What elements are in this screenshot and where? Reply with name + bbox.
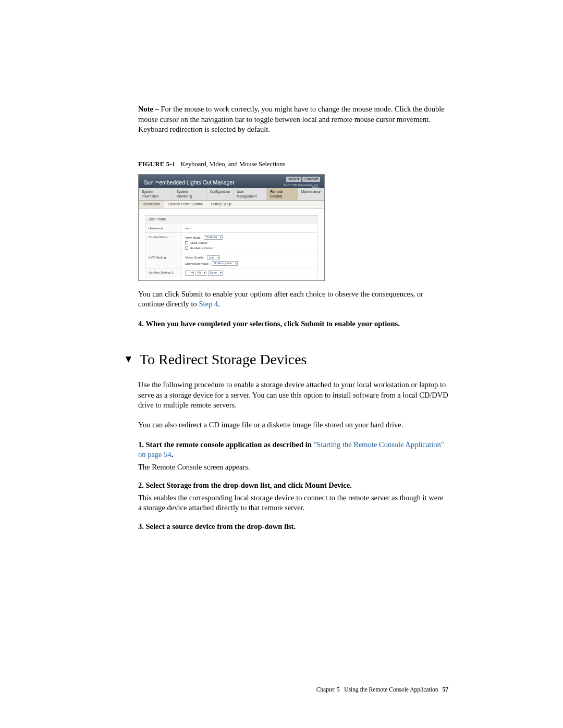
step-4: 4. When you have completed your selectio… xyxy=(138,319,448,329)
step-2: 2. Select Storage from the drop-down lis… xyxy=(138,480,448,513)
section-title: ▼ To Redirect Storage Devices xyxy=(124,350,448,369)
subtab-redirection[interactable]: Redirection xyxy=(139,201,164,208)
username-label: Username : xyxy=(145,224,182,232)
username-value: root xyxy=(182,224,317,232)
screenshot-header: ABOUT LOGOUT Sun™embedded Lights Out Man… xyxy=(139,175,324,188)
tab-maintenance[interactable]: Maintenance xyxy=(298,188,324,201)
kvm-label: KVM Setting : xyxy=(145,253,182,268)
view-mode-select[interactable]: Scale Fit xyxy=(204,235,223,240)
note-block: Note – For the mouse to work correctly, … xyxy=(138,104,448,135)
figure-caption: FIGURE 5-1Keyboard, Video, and Mouse Sel… xyxy=(138,160,448,169)
intro-para-2: You can also redirect a CD image file or… xyxy=(138,420,448,430)
row-hotkey: Hot Key Setting 1: Alt Enter xyxy=(145,268,318,278)
hotkey-select-alt[interactable]: Alt xyxy=(195,270,206,275)
footer-chapter: Chapter 5 xyxy=(316,686,340,693)
step-1: 1. Start the remote console application … xyxy=(138,440,448,473)
footer-title: Using the Remote Console Application xyxy=(344,686,438,693)
step-2-sub: This enables the corresponding local sto… xyxy=(138,493,448,513)
figure-title: Keyboard, Video, and Mouse Selections xyxy=(180,161,285,168)
hotkey-select-1[interactable] xyxy=(185,270,194,275)
tab-remote-control[interactable]: Remote Control xyxy=(267,188,298,201)
step-3: 3. Select a source device from the drop-… xyxy=(138,522,448,532)
tab-configuration[interactable]: Configuration xyxy=(207,188,234,201)
after-figure-text: You can click Submit to enable your opti… xyxy=(138,289,448,310)
encryption-select[interactable]: No Encryption xyxy=(212,261,238,266)
row-control-mode: Control Mode : View Mode : Scale Fit Loc… xyxy=(145,233,318,253)
row-kvm: KVM Setting : Video Quality : Low Encryp… xyxy=(145,253,318,269)
page-number: 57 xyxy=(443,686,449,693)
video-quality-select[interactable]: Low xyxy=(207,255,220,260)
hardware-cursor-checkbox[interactable] xyxy=(185,246,188,250)
video-quality-label: Video Quality : xyxy=(185,255,205,260)
encryption-label: Encryption Mode : xyxy=(185,262,210,266)
step4-link[interactable]: Step 4 xyxy=(199,300,218,308)
tab-system-monitoring[interactable]: System Monitoring xyxy=(173,188,206,201)
subtab-hotkey-setup[interactable]: Hotkey Setup xyxy=(207,201,236,208)
control-mode-label: Control Mode : xyxy=(145,233,182,253)
view-mode-label: View Mode : xyxy=(185,236,202,240)
figure-label: FIGURE 5-1 xyxy=(138,161,175,168)
local-cursor-label: Local Cursor xyxy=(190,241,207,245)
note-label: Note – xyxy=(138,105,159,113)
logout-button[interactable]: LOGOUT xyxy=(302,177,320,182)
triangle-icon: ▼ xyxy=(124,352,133,366)
intro-para-1: Use the following procedure to enable a … xyxy=(138,380,448,411)
note-text: For the mouse to work correctly, you mig… xyxy=(138,105,445,133)
tab-user-management[interactable]: User Management xyxy=(234,188,267,201)
tab-system-information[interactable]: System Information xyxy=(139,188,173,201)
row-username: Username : root xyxy=(145,224,318,233)
step-1-sub: The Remote Console screen appears. xyxy=(138,462,448,473)
hotkey-label: Hot Key Setting 1: xyxy=(145,268,182,277)
top-tabs: System Information System Monitoring Con… xyxy=(139,188,324,201)
user-profile-header: User Profile xyxy=(145,215,318,224)
screenshot-subhead: Sun™ Microsystems, Inc. xyxy=(284,183,319,187)
local-cursor-checkbox[interactable] xyxy=(185,241,188,244)
about-button[interactable]: ABOUT xyxy=(286,177,301,182)
subtab-remote-power[interactable]: Remote Power Control xyxy=(164,201,207,208)
embedded-screenshot: ABOUT LOGOUT Sun™embedded Lights Out Man… xyxy=(138,174,325,281)
page-footer: Chapter 5 Using the Remote Console Appli… xyxy=(316,686,448,694)
screenshot-content: User Profile Username : root Control Mod… xyxy=(139,209,324,280)
hotkey-select-enter[interactable]: Enter xyxy=(208,270,223,275)
hardware-cursor-label: Hardware Cursor xyxy=(190,246,214,250)
sub-tabs: Redirection Remote Power Control Hotkey … xyxy=(139,201,324,209)
